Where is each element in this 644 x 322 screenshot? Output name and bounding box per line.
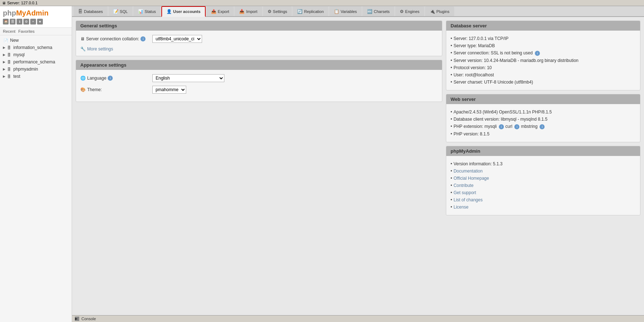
page-content: General settings 🖥 Server connection col… (72, 17, 644, 315)
db-server-item-1: Server type: MariaDB (451, 42, 636, 49)
console-bar[interactable]: ▶ Console (72, 315, 644, 322)
sidebar-item-mysql[interactable]: ▶ 🗄 mysql (0, 51, 72, 58)
database-server-panel: Database server Server: 127.0.0.1 via TC… (446, 21, 640, 90)
tab-sql[interactable]: 📝 SQL (108, 6, 133, 16)
db-icon-perf-schema: 🗄 (6, 59, 12, 65)
pma-support-link[interactable]: Get support (453, 190, 476, 195)
sidebar-item-perf-schema-label: performance_schema (13, 59, 55, 64)
sidebar-item-performance-schema[interactable]: ▶ 🗄 performance_schema (0, 58, 72, 66)
left-column: General settings 🖥 Server connection col… (76, 21, 442, 312)
web-server-header: Web server (446, 94, 640, 104)
tab-settings-label: Settings (273, 9, 287, 14)
tab-replication[interactable]: 🔄 Replication (292, 6, 328, 16)
collation-label: 🖥 Server connection collation: i (80, 36, 152, 41)
title-bar: 🖥 Server: 127.0.0.1 (0, 0, 644, 6)
logo-icon-add[interactable]: + (30, 19, 36, 24)
tab-settings[interactable]: ⚙ Settings (263, 6, 292, 16)
general-settings-panel: General settings 🖥 Server connection col… (76, 21, 442, 56)
language-globe-icon: 🌐 (80, 76, 86, 81)
language-info-icon[interactable]: i (108, 76, 113, 81)
pma-homepage-link[interactable]: Official Homepage (453, 176, 489, 181)
sidebar-item-new[interactable]: 📄 New (0, 37, 72, 44)
tab-import[interactable]: 📥 Import (234, 6, 262, 16)
sidebar-item-information-schema[interactable]: ▶ 🗄 information_schema (0, 44, 72, 51)
tab-sql-label: SQL (120, 9, 128, 14)
logo-icon-db[interactable]: 🗄 (10, 19, 15, 24)
web-server-item-1: Database client version: libmysql - mysq… (451, 116, 636, 123)
logo-text: phpMyAdmin (3, 9, 49, 17)
tab-engines[interactable]: ⚙ Engines (395, 6, 424, 16)
appearance-settings-panel: Appearance settings 🌐 Language i English (76, 60, 442, 102)
tab-plugins[interactable]: 🔌 Plugins (425, 6, 454, 16)
sidebar-favorites-link[interactable]: Favorites (18, 29, 35, 33)
pma-documentation-link[interactable]: Documentation (453, 169, 483, 174)
general-settings-title: General settings (80, 23, 117, 28)
web-server-body: Apache/2.4.53 (Win64) OpenSSL/1.1.1n PHP… (446, 104, 640, 142)
expand-icon-perf-schema: ▶ (3, 60, 5, 64)
pma-version-text: Version information: 5.1.3 (453, 161, 502, 166)
sidebar-item-info-schema-label: information_schema (13, 45, 52, 50)
import-tab-icon: 📥 (239, 9, 245, 14)
expand-icon-test: ▶ (3, 75, 5, 78)
db-icon-test: 🗄 (6, 73, 12, 79)
collation-label-text: Server connection collation: (86, 36, 139, 41)
right-column: Database server Server: 127.0.0.1 via TC… (446, 21, 640, 312)
databases-tab-icon: 🗄 (78, 9, 82, 14)
phpmyadmin-panel: phpMyAdmin Version information: 5.1.3 Do… (446, 146, 640, 215)
tab-databases[interactable]: 🗄 Databases (73, 6, 108, 16)
content-area: 🗄 Databases 📝 SQL 📊 Status 👤 User accoun… (72, 6, 644, 322)
mysqli-info-badge[interactable]: i (499, 124, 504, 129)
more-settings-link[interactable]: 🔧 More settings (80, 46, 438, 52)
pma-changes-item: List of changes (451, 196, 636, 204)
curl-info-badge[interactable]: i (514, 124, 519, 129)
database-server-header: Database server (446, 21, 640, 31)
collation-select[interactable]: utf8mb4_unicode_ci utf8_general_ci latin… (152, 35, 202, 43)
appearance-settings-body: 🌐 Language i English Deutsch Español Fra… (76, 70, 442, 102)
language-row: 🌐 Language i English Deutsch Español Fra… (80, 74, 438, 82)
web-server-item-3: PHP version: 8.1.5 (451, 130, 636, 138)
user-accounts-tab-icon: 👤 (166, 9, 172, 14)
phpmyadmin-panel-title: phpMyAdmin (451, 148, 480, 154)
language-select[interactable]: English Deutsch Español Français 中文 (152, 74, 224, 82)
more-settings-label: More settings (87, 46, 113, 52)
theme-icon: 🎨 (80, 87, 86, 92)
console-icon: ▶ (75, 317, 79, 321)
mbstring-info-badge[interactable]: i (540, 124, 545, 129)
collation-info-icon[interactable]: i (140, 36, 146, 41)
db-server-item-4: Protocol version: 10 (451, 64, 636, 71)
tab-status[interactable]: 📊 Status (133, 6, 161, 16)
pma-license-link[interactable]: License (453, 205, 468, 210)
theme-row: 🎨 Theme: pmahomme original (80, 86, 438, 94)
tab-charsets[interactable]: 🔤 Charsets (362, 6, 394, 16)
sidebar-item-phpmyadmin[interactable]: ▶ 🗄 phpmyadmin (0, 66, 72, 73)
web-server-title: Web server (451, 97, 476, 102)
theme-label-text: Theme: (87, 87, 102, 92)
server-icon: 🖥 (2, 1, 6, 5)
pma-contribute-link[interactable]: Contribute (453, 183, 473, 188)
db-server-item-5: User: root@localhost (451, 71, 636, 79)
sidebar-item-test[interactable]: ▶ 🗄 test (0, 73, 72, 80)
pma-changes-link[interactable]: List of changes (453, 197, 483, 202)
logo-icons: 🏠 🗄 ℹ ⚙ + ★ (3, 19, 43, 24)
theme-select[interactable]: pmahomme original (152, 86, 186, 94)
sidebar-item-phpmyadmin-label: phpmyadmin (13, 67, 38, 72)
tab-user-accounts[interactable]: 👤 User accounts (161, 6, 206, 17)
phpmyadmin-list: Version information: 5.1.3 Documentation… (451, 160, 636, 211)
new-icon: 📄 (3, 37, 9, 43)
settings-tab-icon: ⚙ (268, 9, 272, 14)
ssl-info-badge[interactable]: i (535, 51, 540, 56)
logo-icon-settings[interactable]: ⚙ (23, 19, 29, 24)
logo-icon-info[interactable]: ℹ (17, 19, 22, 24)
logo-icon-star[interactable]: ★ (37, 19, 43, 24)
tab-export[interactable]: 📤 Export (206, 6, 234, 16)
sidebar-recent-link[interactable]: Recent (3, 29, 15, 33)
console-label: Console (81, 317, 96, 321)
tab-variables[interactable]: 📋 Variables (329, 6, 362, 16)
tab-engines-label: Engines (405, 9, 420, 14)
pma-version-item: Version information: 5.1.3 (451, 160, 636, 167)
logo-icon-home[interactable]: 🏠 (3, 19, 9, 24)
db-server-item-6: Server charset: UTF-8 Unicode (utf8mb4) (451, 79, 636, 86)
collation-row: 🖥 Server connection collation: i utf8mb4… (80, 35, 438, 43)
db-server-item-3: Server version: 10.4.24-MariaDB - mariad… (451, 57, 636, 64)
appearance-settings-header: Appearance settings (76, 60, 442, 70)
